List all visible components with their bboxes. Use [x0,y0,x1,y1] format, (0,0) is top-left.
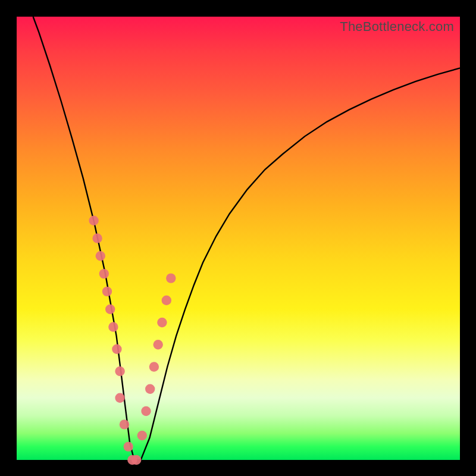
data-point [145,384,155,394]
data-point [112,345,121,354]
data-point [137,431,147,440]
data-point [99,269,109,278]
data-point [105,305,115,314]
data-point [108,322,118,331]
data-point [120,419,129,429]
plot-area: TheBottleneck.com [17,17,460,460]
data-point [149,362,159,371]
data-point [154,340,163,349]
data-point [115,393,124,403]
data-point [96,251,105,261]
data-point [92,233,102,243]
data-point [166,273,176,283]
chart-outer-frame: TheBottleneck.com [0,0,476,476]
data-point [89,216,98,226]
data-point [102,287,112,296]
data-point [115,367,124,376]
data-point [162,296,171,305]
data-point [124,441,133,451]
bottleneck-curve-svg [17,17,460,460]
data-point [131,455,141,465]
marked-points-group [89,216,176,465]
data-point [141,406,151,416]
data-point [157,318,167,327]
